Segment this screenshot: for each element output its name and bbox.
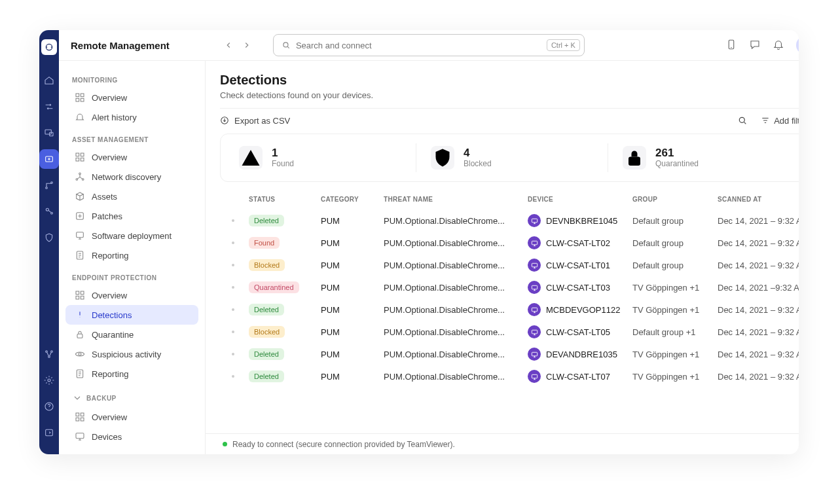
bell-icon[interactable] [773,39,784,52]
rail-transfer[interactable] [39,97,59,117]
svg-rect-39 [81,413,84,416]
sidebar-item-detections[interactable]: Detections [65,305,198,325]
device-icon [528,259,541,272]
search-button[interactable] [737,115,748,126]
cell-threat: PUM.Optional.DisableChrome... [384,327,528,337]
table-row[interactable]: DeletedPUMPUM.Optional.DisableChrome...C… [220,365,799,387]
sidebar-item-overview[interactable]: Overview [65,88,198,107]
cell-group: Default group +1 [632,327,718,337]
sidebar-item-overview[interactable]: Overview [65,147,198,167]
cell-group: Default group [632,238,718,248]
sidebar-item-label: Assets [92,192,117,202]
sidebar-item-label: Overview [92,291,127,300]
dashboard-icon [75,412,85,422]
rail-security[interactable] [39,228,59,247]
stat-card: 261Quarantined [608,143,799,172]
cell-category: PUM [321,305,384,315]
avatar[interactable] [796,36,799,54]
sidebar-item-patches[interactable]: Patches [65,206,198,226]
sidebar-item-quarantine[interactable]: Quarantine [65,325,198,344]
stat-label: Found [272,159,294,168]
search-box[interactable]: Ctrl + K [273,34,585,56]
cell-category: PUM [321,261,384,270]
cell-group: TV Göppingen +1 [632,350,718,359]
rail-active[interactable] [39,149,59,169]
sidebar-item-reporting[interactable]: Reporting [65,364,198,384]
sidebar-item-suspicious-activity[interactable]: Suspicious activity [65,344,198,364]
status-badge: Found [249,237,280,249]
monitor-icon [75,431,85,442]
bell-icon [75,112,85,122]
sidebar-item-overview[interactable]: Overview [65,407,198,427]
table-row[interactable]: FoundPUMPUM.Optional.DisableChrome...CLW… [220,232,799,254]
nav-forward[interactable] [239,37,255,53]
column-header[interactable]: DEVICE [528,196,632,203]
rail-process[interactable] [39,202,59,221]
svg-point-11 [48,379,50,382]
rail-help[interactable] [39,397,59,416]
cell-threat: PUM.Optional.DisableChrome... [384,305,528,315]
rail-collapse[interactable] [39,423,59,442]
sidebar-item-overview[interactable]: Overview [65,285,198,305]
status-badge: Deleted [249,348,284,360]
rail-settings[interactable] [39,370,59,390]
sidebar-item-assets[interactable]: Assets [65,187,198,206]
chat-icon[interactable] [749,39,761,52]
sidebar-item-devices[interactable]: Devices [65,427,198,446]
svg-rect-52 [532,352,537,356]
svg-rect-1 [45,130,51,134]
sidebar-section-label[interactable]: BACKUP [63,384,201,407]
sidebar-item-alert-history[interactable]: Alert history [65,107,198,127]
svg-rect-33 [76,296,79,299]
sidebar-item-reporting[interactable]: Reporting [65,245,198,265]
svg-rect-19 [76,98,79,101]
table-row[interactable]: BlockedPUMPUM.Optional.DisableChrome...C… [220,321,799,343]
export-csv-button[interactable]: Export as CSV [220,116,290,126]
rail-devices[interactable] [39,123,59,143]
add-filters-button[interactable]: Add filters [761,116,799,126]
cell-scanned: Dec 14, 2021 – 9:32 AM [718,238,799,248]
device-icon [528,214,541,227]
column-header[interactable]: CATEGORY [321,196,384,203]
search-input[interactable] [296,41,541,50]
sidebar-item-software-deployment[interactable]: Software deployment [65,226,198,245]
rail-home[interactable] [39,71,59,90]
table-row[interactable]: DeletedPUMPUM.Optional.DisableChrome...D… [220,343,799,365]
dashboard-icon [75,290,85,300]
column-header[interactable]: SCANNED AT [718,196,799,203]
column-header[interactable]: GROUP [632,196,718,203]
rail-integrations[interactable] [39,344,59,364]
row-indicator [232,331,234,333]
cell-device: MCBDEVGOP1122 [528,303,632,316]
nav-back[interactable] [221,37,236,53]
svg-rect-49 [532,285,537,289]
table-row[interactable]: DeletedPUMPUM.Optional.DisableChrome...M… [220,298,799,321]
sidebar-item-label: Devices [92,432,122,442]
svg-rect-31 [76,291,79,295]
alert-icon [75,310,85,320]
column-header[interactable]: THREAT NAME [384,196,528,203]
svg-rect-29 [77,232,84,238]
svg-rect-46 [532,219,537,223]
status-badge: Quarantined [249,281,299,293]
cell-device: CLW-CSAT-LT03 [528,281,632,294]
cell-threat: PUM.Optional.DisableChrome... [384,238,528,248]
deploy-icon [75,230,85,241]
svg-rect-21 [76,153,79,156]
svg-point-4 [46,187,48,189]
svg-point-44 [740,117,745,122]
table-row[interactable]: DeletedPUMPUM.Optional.DisableChrome...D… [220,209,799,232]
device-icon [528,348,541,361]
column-header[interactable]: STATUS [249,196,321,203]
table-row[interactable]: BlockedPUMPUM.Optional.DisableChrome...C… [220,254,799,276]
row-indicator [232,286,234,289]
cell-category: PUM [321,372,384,382]
rail-workflow[interactable] [39,175,59,195]
cell-group: TV Göppingen +1 [632,372,718,382]
status-badge: Deleted [249,215,284,226]
sidebar-item-network-discovery[interactable]: Network discovery [65,167,198,187]
status-text: Ready to connect (secure connection prov… [232,440,455,449]
cell-scanned: Dec 14, 2021 – 9:32 AM [718,305,799,315]
table-row[interactable]: QuarantinedPUMPUM.Optional.DisableChrome… [220,276,799,298]
device-icon[interactable] [725,39,737,52]
